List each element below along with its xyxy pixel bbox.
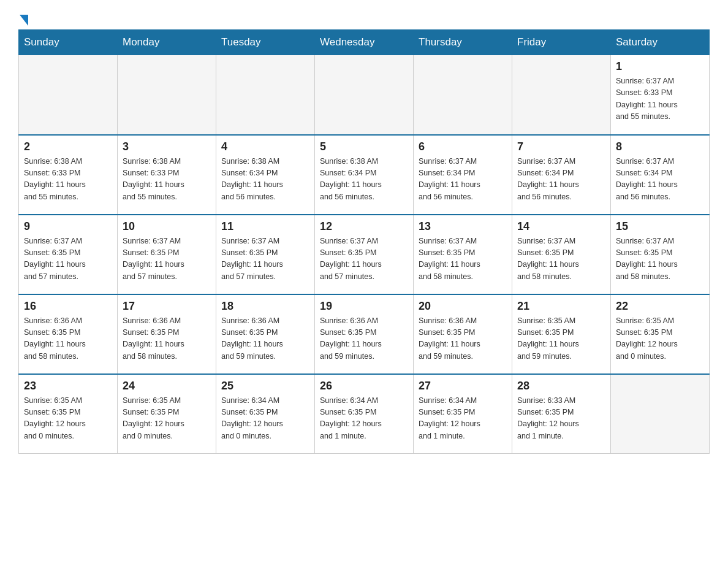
day-info: Sunrise: 6:35 AM Sunset: 6:35 PM Dayligh… bbox=[123, 395, 211, 443]
day-info: Sunrise: 6:37 AM Sunset: 6:35 PM Dayligh… bbox=[517, 236, 605, 283]
day-number: 23 bbox=[24, 380, 112, 393]
day-number: 3 bbox=[123, 140, 211, 153]
calendar-table: SundayMondayTuesdayWednesdayThursdayFrid… bbox=[18, 29, 710, 454]
calendar-header-tuesday: Tuesday bbox=[216, 30, 315, 55]
day-number: 14 bbox=[517, 220, 605, 233]
day-number: 19 bbox=[320, 300, 408, 313]
calendar-cell: 19Sunrise: 6:36 AM Sunset: 6:35 PM Dayli… bbox=[315, 294, 414, 374]
calendar-header-wednesday: Wednesday bbox=[315, 30, 414, 55]
day-number: 20 bbox=[419, 300, 507, 313]
day-info: Sunrise: 6:38 AM Sunset: 6:34 PM Dayligh… bbox=[320, 156, 408, 204]
calendar-cell: 10Sunrise: 6:37 AM Sunset: 6:35 PM Dayli… bbox=[118, 215, 216, 294]
day-number: 27 bbox=[419, 380, 507, 393]
calendar-week-row: 2Sunrise: 6:38 AM Sunset: 6:33 PM Daylig… bbox=[19, 135, 710, 215]
calendar-cell bbox=[216, 55, 315, 135]
calendar-cell: 11Sunrise: 6:37 AM Sunset: 6:35 PM Dayli… bbox=[216, 215, 315, 294]
calendar-cell: 23Sunrise: 6:35 AM Sunset: 6:35 PM Dayli… bbox=[19, 374, 118, 454]
day-info: Sunrise: 6:34 AM Sunset: 6:35 PM Dayligh… bbox=[320, 395, 408, 443]
calendar-cell: 9Sunrise: 6:37 AM Sunset: 6:35 PM Daylig… bbox=[19, 215, 118, 294]
day-number: 11 bbox=[221, 220, 309, 233]
calendar-cell: 26Sunrise: 6:34 AM Sunset: 6:35 PM Dayli… bbox=[315, 374, 414, 454]
calendar-cell: 3Sunrise: 6:38 AM Sunset: 6:33 PM Daylig… bbox=[118, 135, 216, 215]
day-info: Sunrise: 6:33 AM Sunset: 6:35 PM Dayligh… bbox=[517, 395, 605, 443]
day-info: Sunrise: 6:35 AM Sunset: 6:35 PM Dayligh… bbox=[24, 395, 112, 443]
calendar-cell bbox=[611, 374, 710, 454]
calendar-header-monday: Monday bbox=[118, 30, 216, 55]
day-number: 2 bbox=[24, 140, 112, 153]
calendar-cell bbox=[118, 55, 216, 135]
calendar-cell: 2Sunrise: 6:38 AM Sunset: 6:33 PM Daylig… bbox=[19, 135, 118, 215]
day-number: 13 bbox=[419, 220, 507, 233]
calendar-week-row: 23Sunrise: 6:35 AM Sunset: 6:35 PM Dayli… bbox=[19, 374, 710, 454]
day-number: 1 bbox=[616, 60, 704, 73]
calendar-cell: 14Sunrise: 6:37 AM Sunset: 6:35 PM Dayli… bbox=[512, 215, 611, 294]
calendar-cell: 27Sunrise: 6:34 AM Sunset: 6:35 PM Dayli… bbox=[414, 374, 512, 454]
page-header bbox=[18, 12, 710, 23]
day-number: 10 bbox=[123, 220, 211, 233]
calendar-cell: 8Sunrise: 6:37 AM Sunset: 6:34 PM Daylig… bbox=[611, 135, 710, 215]
day-info: Sunrise: 6:34 AM Sunset: 6:35 PM Dayligh… bbox=[221, 395, 309, 443]
calendar-cell: 7Sunrise: 6:37 AM Sunset: 6:34 PM Daylig… bbox=[512, 135, 611, 215]
day-info: Sunrise: 6:37 AM Sunset: 6:35 PM Dayligh… bbox=[24, 236, 112, 283]
calendar-cell: 28Sunrise: 6:33 AM Sunset: 6:35 PM Dayli… bbox=[512, 374, 611, 454]
calendar-week-row: 16Sunrise: 6:36 AM Sunset: 6:35 PM Dayli… bbox=[19, 294, 710, 374]
calendar-cell: 4Sunrise: 6:38 AM Sunset: 6:34 PM Daylig… bbox=[216, 135, 315, 215]
calendar-cell: 24Sunrise: 6:35 AM Sunset: 6:35 PM Dayli… bbox=[118, 374, 216, 454]
day-info: Sunrise: 6:37 AM Sunset: 6:34 PM Dayligh… bbox=[616, 156, 704, 204]
day-number: 9 bbox=[24, 220, 112, 233]
day-info: Sunrise: 6:37 AM Sunset: 6:35 PM Dayligh… bbox=[616, 236, 704, 283]
calendar-header-saturday: Saturday bbox=[611, 30, 710, 55]
day-info: Sunrise: 6:36 AM Sunset: 6:35 PM Dayligh… bbox=[24, 315, 112, 363]
calendar-header-sunday: Sunday bbox=[19, 30, 118, 55]
calendar-cell: 25Sunrise: 6:34 AM Sunset: 6:35 PM Dayli… bbox=[216, 374, 315, 454]
day-info: Sunrise: 6:37 AM Sunset: 6:35 PM Dayligh… bbox=[419, 236, 507, 283]
day-number: 17 bbox=[123, 300, 211, 313]
day-info: Sunrise: 6:37 AM Sunset: 6:34 PM Dayligh… bbox=[517, 156, 605, 204]
day-number: 8 bbox=[616, 140, 704, 153]
day-number: 4 bbox=[221, 140, 309, 153]
day-number: 12 bbox=[320, 220, 408, 233]
calendar-cell: 1Sunrise: 6:37 AM Sunset: 6:33 PM Daylig… bbox=[611, 55, 710, 135]
day-info: Sunrise: 6:36 AM Sunset: 6:35 PM Dayligh… bbox=[221, 315, 309, 363]
day-info: Sunrise: 6:35 AM Sunset: 6:35 PM Dayligh… bbox=[517, 315, 605, 363]
calendar-header-thursday: Thursday bbox=[414, 30, 512, 55]
calendar-cell: 12Sunrise: 6:37 AM Sunset: 6:35 PM Dayli… bbox=[315, 215, 414, 294]
day-info: Sunrise: 6:36 AM Sunset: 6:35 PM Dayligh… bbox=[419, 315, 507, 363]
day-number: 22 bbox=[616, 300, 704, 313]
day-info: Sunrise: 6:37 AM Sunset: 6:35 PM Dayligh… bbox=[221, 236, 309, 283]
day-number: 15 bbox=[616, 220, 704, 233]
day-info: Sunrise: 6:38 AM Sunset: 6:33 PM Dayligh… bbox=[24, 156, 112, 204]
calendar-cell: 13Sunrise: 6:37 AM Sunset: 6:35 PM Dayli… bbox=[414, 215, 512, 294]
calendar-cell bbox=[19, 55, 118, 135]
logo bbox=[18, 12, 28, 23]
day-info: Sunrise: 6:37 AM Sunset: 6:35 PM Dayligh… bbox=[123, 236, 211, 283]
calendar-cell: 17Sunrise: 6:36 AM Sunset: 6:35 PM Dayli… bbox=[118, 294, 216, 374]
calendar-cell: 15Sunrise: 6:37 AM Sunset: 6:35 PM Dayli… bbox=[611, 215, 710, 294]
calendar-cell: 5Sunrise: 6:38 AM Sunset: 6:34 PM Daylig… bbox=[315, 135, 414, 215]
day-number: 26 bbox=[320, 380, 408, 393]
day-number: 7 bbox=[517, 140, 605, 153]
calendar-cell: 6Sunrise: 6:37 AM Sunset: 6:34 PM Daylig… bbox=[414, 135, 512, 215]
day-number: 18 bbox=[221, 300, 309, 313]
calendar-week-row: 1Sunrise: 6:37 AM Sunset: 6:33 PM Daylig… bbox=[19, 55, 710, 135]
calendar-header-row: SundayMondayTuesdayWednesdayThursdayFrid… bbox=[19, 30, 710, 55]
day-number: 21 bbox=[517, 300, 605, 313]
calendar-cell bbox=[414, 55, 512, 135]
day-info: Sunrise: 6:37 AM Sunset: 6:35 PM Dayligh… bbox=[320, 236, 408, 283]
calendar-cell: 18Sunrise: 6:36 AM Sunset: 6:35 PM Dayli… bbox=[216, 294, 315, 374]
calendar-cell bbox=[512, 55, 611, 135]
day-info: Sunrise: 6:36 AM Sunset: 6:35 PM Dayligh… bbox=[320, 315, 408, 363]
day-number: 25 bbox=[221, 380, 309, 393]
calendar-cell: 16Sunrise: 6:36 AM Sunset: 6:35 PM Dayli… bbox=[19, 294, 118, 374]
calendar-cell bbox=[315, 55, 414, 135]
calendar-cell: 20Sunrise: 6:36 AM Sunset: 6:35 PM Dayli… bbox=[414, 294, 512, 374]
calendar-cell: 22Sunrise: 6:35 AM Sunset: 6:35 PM Dayli… bbox=[611, 294, 710, 374]
day-info: Sunrise: 6:38 AM Sunset: 6:34 PM Dayligh… bbox=[221, 156, 309, 204]
day-number: 6 bbox=[419, 140, 507, 153]
day-number: 16 bbox=[24, 300, 112, 313]
logo-arrow-icon bbox=[20, 15, 28, 26]
day-info: Sunrise: 6:38 AM Sunset: 6:33 PM Dayligh… bbox=[123, 156, 211, 204]
day-number: 24 bbox=[123, 380, 211, 393]
day-info: Sunrise: 6:34 AM Sunset: 6:35 PM Dayligh… bbox=[419, 395, 507, 443]
day-info: Sunrise: 6:35 AM Sunset: 6:35 PM Dayligh… bbox=[616, 315, 704, 363]
